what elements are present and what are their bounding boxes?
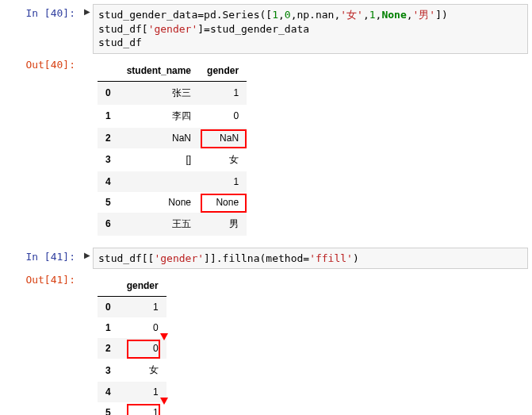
- in-prompt-41: In [41]:: [4, 248, 82, 270]
- code-input-40[interactable]: stud_gender_data=pd.Series([1,0,np.nan,'…: [93, 4, 528, 54]
- cell-40-output: Out[40]: student_namegender0张三11李四02NaNN…: [4, 56, 528, 240]
- dataframe-41: gender0110203女41516男: [98, 275, 166, 415]
- code-input-41[interactable]: stud_df[['gender']].fillna(method='ffill…: [93, 248, 528, 270]
- table-row: 01: [98, 297, 166, 318]
- table-row: 51: [98, 402, 166, 415]
- table-row: 41: [98, 171, 247, 192]
- out-prompt-41: Out[41]:: [4, 271, 82, 415]
- column-header: gender: [119, 275, 166, 297]
- table-row: 3女: [98, 359, 166, 382]
- output-41: gender0110203女41516男: [93, 271, 528, 415]
- table-row: 3[]女: [98, 148, 247, 171]
- table-row: 20: [98, 338, 166, 359]
- table-row: 5NoneNone: [98, 192, 247, 213]
- column-header: student_name: [119, 60, 199, 82]
- dataframe-40: student_namegender0张三11李四02NaNNaN3[]女415…: [98, 60, 247, 236]
- out-prompt-40: Out[40]:: [4, 56, 82, 240]
- table-row: 1李四0: [98, 105, 247, 128]
- in-prompt-40: In [40]:: [4, 4, 82, 54]
- table-row: 10: [98, 317, 166, 338]
- table-row: 0张三1: [98, 81, 247, 105]
- run-icon[interactable]: ▶: [82, 4, 93, 54]
- run-icon[interactable]: ▶: [82, 248, 93, 270]
- table-row: 6王五男: [98, 213, 247, 236]
- table-row: 41: [98, 382, 166, 402]
- cell-41-output: Out[41]: gender0110203女41516男: [4, 271, 528, 415]
- cell-40-input: In [40]: ▶ stud_gender_data=pd.Series([1…: [4, 4, 528, 54]
- cell-41-input: In [41]: ▶ stud_df[['gender']].fillna(me…: [4, 248, 528, 270]
- output-40: student_namegender0张三11李四02NaNNaN3[]女415…: [93, 56, 528, 240]
- column-header: gender: [199, 60, 247, 82]
- table-row: 2NaNNaN: [98, 128, 247, 148]
